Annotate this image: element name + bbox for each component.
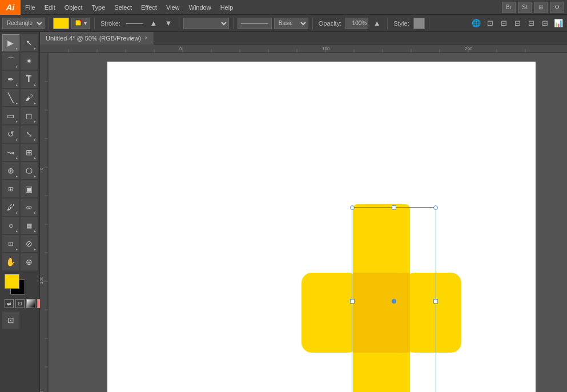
handle-tl[interactable] — [350, 205, 355, 210]
warp-icon: ↝ — [7, 148, 14, 157]
line-tool[interactable]: ╲ ▸ — [2, 89, 19, 106]
tool-row-7: ↝ ▸ ⊞ ▸ — [2, 144, 38, 161]
stroke-up-btn[interactable]: ▲ — [147, 17, 160, 30]
menu-type[interactable]: Type — [87, 0, 110, 14]
tab-close-btn[interactable]: × — [144, 35, 148, 41]
distribute-icon[interactable]: ⊞ — [538, 17, 551, 30]
rotate-icon: ↺ — [7, 130, 14, 139]
style-mode-select[interactable]: Basic — [274, 18, 308, 29]
direct-selection-tool[interactable]: ↖ ▸ — [21, 34, 38, 51]
zoom-tool[interactable]: ⊕ — [21, 253, 38, 270]
opacity-input[interactable] — [345, 18, 368, 29]
divider-1 — [49, 18, 49, 29]
free-transform-tool[interactable]: ⊞ ▸ — [21, 144, 38, 161]
tool-row-2: ⌒ ▸ ✦ — [2, 52, 38, 70]
canvas-background[interactable]: 0 100 200 — [40, 45, 567, 392]
tool-arrow-2: ▸ — [34, 46, 36, 50]
tool-arrow-14: ▸ — [16, 174, 18, 178]
symbol-tool[interactable]: ⊙ ▸ — [2, 217, 19, 234]
magic-wand-tool[interactable]: ✦ — [21, 52, 38, 70]
swatch-stack — [5, 274, 27, 297]
shape-builder-tool[interactable]: ⊕ ▸ — [2, 162, 19, 179]
ruler-horizontal: 0 100 200 — [40, 45, 567, 53]
hand-tool[interactable]: ✋ — [2, 253, 19, 270]
search-icon[interactable]: ⚙ — [550, 2, 564, 13]
blend-icon: ∞ — [26, 203, 32, 212]
document-tab[interactable]: Untitled-4* @ 50% (RGB/Preview) × — [40, 32, 154, 45]
tool-arrow-1: ▸ — [16, 46, 18, 50]
tool-row-5: ▭ ▸ ◻ ▸ — [2, 107, 38, 124]
menu-effect[interactable]: Effect — [136, 0, 162, 14]
menu-object[interactable]: Object — [60, 0, 87, 14]
scale-icon: ⤡ — [26, 130, 33, 139]
opacity-up-btn[interactable]: ▲ — [371, 17, 383, 30]
ruler-v-svg: 0 100 200 — [40, 53, 49, 392]
tool-arrow-18: ▸ — [16, 229, 18, 233]
scale-tool[interactable]: ⤡ ▸ — [21, 126, 38, 143]
eraser-tool[interactable]: ◻ ▸ — [21, 107, 38, 124]
warp-tool[interactable]: ↝ ▸ — [2, 144, 19, 161]
handle-mr[interactable] — [433, 299, 438, 304]
bridge-icon[interactable]: Br — [502, 2, 516, 13]
default-colors-icon[interactable]: ⊡ — [15, 299, 25, 308]
align-center-icon[interactable]: ⊟ — [511, 17, 524, 30]
type-tool[interactable]: T ▸ — [21, 71, 38, 88]
paintbrush-icon: 🖌 — [25, 93, 33, 102]
slice-icon: ⊘ — [26, 239, 33, 248]
menu-select[interactable]: Select — [110, 0, 136, 14]
artboard-tool[interactable]: ⊡ ▸ — [2, 235, 19, 252]
tool-row-1: ▶ ▸ ↖ ▸ — [2, 34, 38, 51]
stroke-weight-display[interactable] — [238, 18, 272, 29]
fg-color-swatch[interactable] — [5, 274, 19, 289]
eraser-icon: ◻ — [26, 111, 33, 120]
perspective-tool[interactable]: ⬡ ▸ — [21, 162, 38, 179]
stroke-color-box[interactable] — [124, 18, 145, 29]
eyedropper-tool[interactable]: 🖊 ▸ — [2, 199, 19, 216]
lasso-tool[interactable]: ⌒ ▸ — [2, 52, 19, 70]
menu-help[interactable]: Help — [216, 0, 238, 14]
paintbrush-tool[interactable]: 🖌 ▸ — [21, 89, 38, 106]
slice-tool[interactable]: ⊘ ▸ — [21, 235, 38, 252]
selection-tool[interactable]: ▶ ▸ — [2, 34, 19, 51]
handle-ml[interactable] — [350, 299, 355, 304]
handle-tr[interactable] — [433, 205, 438, 210]
blend-tool[interactable]: ∞ ▸ — [21, 199, 38, 216]
mesh-tool[interactable]: ⊞ — [2, 180, 19, 197]
workspace-icon[interactable]: ⊞ — [534, 2, 548, 13]
chart-icon[interactable]: 📊 — [552, 17, 565, 30]
gradient-tool[interactable]: ▣ — [21, 180, 38, 197]
stroke-line — [126, 23, 143, 24]
dropdown-arrow: ▾ — [84, 20, 87, 26]
menu-file[interactable]: File — [21, 0, 40, 14]
tool-name-select[interactable]: Rectangle — [2, 18, 45, 29]
perspective-icon: ⬡ — [26, 166, 33, 175]
align-left-icon[interactable]: ⊟ — [497, 17, 510, 30]
fill-color-box[interactable] — [53, 18, 69, 29]
pen-tool[interactable]: ✒ ▸ — [2, 71, 19, 88]
rect-tool[interactable]: ▭ ▸ — [2, 107, 19, 124]
handle-tm[interactable] — [392, 205, 396, 210]
right-icons: Br St ⊞ ⚙ — [502, 2, 567, 13]
svg-rect-2 — [40, 45, 567, 53]
menu-window[interactable]: Window — [184, 0, 216, 14]
stroke-weight-line — [241, 23, 268, 24]
style-box[interactable] — [413, 18, 425, 29]
globe-icon[interactable]: 🌐 — [470, 17, 482, 30]
align-right-icon[interactable]: ⊟ — [525, 17, 537, 30]
screen-mode-icon[interactable]: ⊡ — [2, 312, 19, 329]
swap-colors-icon[interactable]: ⇄ — [5, 299, 14, 308]
transform-icon[interactable]: ⊡ — [484, 17, 496, 30]
stock-icon[interactable]: St — [518, 2, 532, 13]
graph-icon: ▦ — [26, 222, 32, 229]
rotate-tool[interactable]: ↺ ▸ — [2, 126, 19, 143]
fill-options-btn[interactable]: ▾ — [71, 18, 90, 29]
gradient-swatch-icon[interactable] — [26, 299, 35, 308]
menu-edit[interactable]: Edit — [40, 0, 60, 14]
ruler-h-svg: 0 100 200 — [40, 45, 567, 53]
stroke-down-btn[interactable]: ▼ — [162, 17, 175, 30]
tool-arrow-12: ▸ — [16, 156, 18, 160]
stroke-profile-select[interactable] — [183, 18, 229, 29]
menu-view[interactable]: View — [162, 0, 184, 14]
graph-tool[interactable]: ▦ ▸ — [21, 217, 38, 234]
stroke-label: Stroke: — [99, 20, 122, 27]
